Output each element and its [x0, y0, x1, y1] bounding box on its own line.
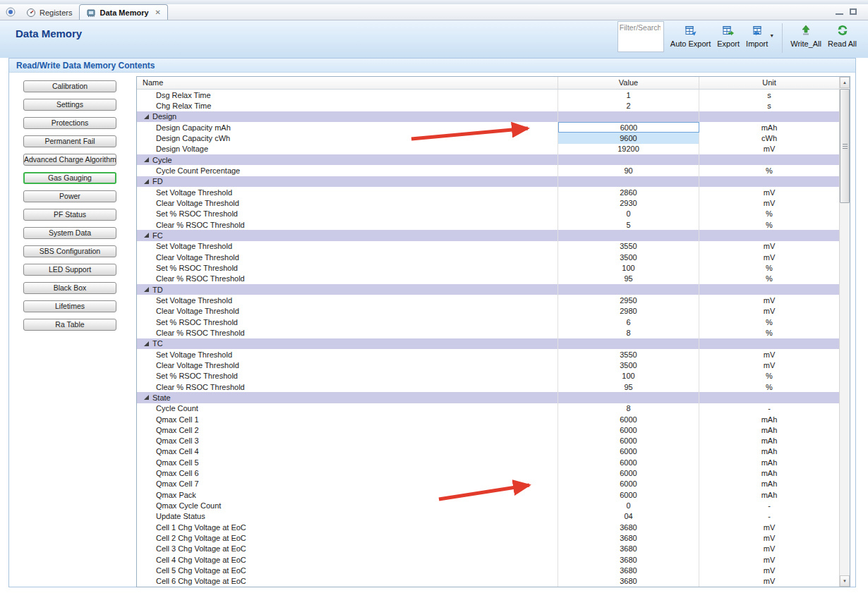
cell-value[interactable]: 6 [558, 317, 699, 327]
table-row-set-rsoc-threshold[interactable]: Set % RSOC Threshold0% [137, 209, 839, 219]
maximize-icon[interactable] [850, 8, 857, 15]
cell-value[interactable]: 3550 [558, 241, 699, 252]
tab-data-memory[interactable]: Data Memory ✕ [79, 4, 167, 20]
cell-value[interactable]: 6000 [558, 424, 699, 435]
cell-value[interactable]: 0 [558, 500, 699, 511]
table-row-chg-relax-time[interactable]: Chg Relax Time2s [137, 100, 839, 111]
table-row-qmax-cell-7[interactable]: Qmax Cell 76000mAh [137, 479, 839, 489]
cell-value[interactable]: 6000 [558, 446, 699, 457]
sidebar-item-gas-gauging[interactable]: Gas Gauging [23, 172, 116, 184]
cell-value[interactable]: 6000 [558, 489, 699, 500]
table-row-set-voltage-threshold[interactable]: Set Voltage Threshold3550mV [137, 241, 839, 252]
category-row-state[interactable]: State [137, 392, 839, 403]
table-row-cell-1-chg-voltage-at-eoc[interactable]: Cell 1 Chg Voltage at EoC3680mV [137, 522, 839, 532]
import-button[interactable]: Import [746, 21, 768, 48]
scroll-down-icon[interactable]: ▼ [840, 575, 850, 587]
cell-value[interactable]: 2930 [558, 197, 699, 208]
cell-value[interactable]: 6000 [558, 457, 699, 467]
sidebar-item-led-support[interactable]: LED Support [23, 264, 116, 276]
scroll-up-icon[interactable]: ▲ [840, 77, 850, 88]
table-row-qmax-cell-2[interactable]: Qmax Cell 26000mAh [137, 424, 839, 435]
table-row-set-rsoc-threshold[interactable]: Set % RSOC Threshold6% [137, 317, 839, 327]
category-row-cycle[interactable]: Cycle [137, 154, 839, 165]
table-row-clear-rsoc-threshold[interactable]: Clear % RSOC Threshold5% [137, 219, 839, 230]
sidebar-item-black-box[interactable]: Black Box [23, 282, 116, 294]
cell-value[interactable]: 3500 [558, 252, 699, 262]
table-row-design-capacity-cwh[interactable]: Design Capacity cWh9600cWh [137, 133, 839, 143]
sidebar-item-calibration[interactable]: Calibration [23, 80, 116, 92]
category-row-td[interactable]: TD [137, 284, 839, 295]
table-row-cell-2-chg-voltage-at-eoc[interactable]: Cell 2 Chg Voltage at EoC3680mV [137, 532, 839, 543]
table-row-set-rsoc-threshold[interactable]: Set % RSOC Threshold100% [137, 371, 839, 381]
cell-value[interactable] [558, 176, 699, 187]
cell-value[interactable]: 6000 [558, 122, 699, 133]
category-row-tc[interactable]: TC [137, 338, 839, 349]
table-row-qmax-pack[interactable]: Qmax Pack6000mAh [137, 489, 839, 500]
sidebar-item-protections[interactable]: Protections [23, 117, 116, 129]
import-dropdown-icon[interactable]: ▼ [769, 33, 774, 38]
sidebar-item-system-data[interactable]: System Data [23, 227, 116, 239]
cell-value[interactable]: 6000 [558, 479, 699, 489]
cell-value[interactable]: 3550 [558, 349, 699, 360]
cell-value[interactable]: 3680 [558, 544, 699, 554]
cell-value[interactable]: 9600 [558, 133, 699, 143]
table-row-cell-4-chg-voltage-at-eoc[interactable]: Cell 4 Chg Voltage at EoC3680mV [137, 554, 839, 565]
close-tab-icon[interactable]: ✕ [155, 8, 161, 16]
table-row-set-voltage-threshold[interactable]: Set Voltage Threshold2950mV [137, 295, 839, 305]
table-row-qmax-cell-1[interactable]: Qmax Cell 16000mAh [137, 414, 839, 424]
cell-value[interactable]: 3680 [558, 522, 699, 532]
sidebar-item-sbs-configuration[interactable]: SBS Configuration [23, 245, 116, 257]
sidebar-item-power[interactable]: Power [23, 190, 116, 202]
cell-value[interactable]: 3500 [558, 360, 699, 370]
table-row-dsg-relax-time[interactable]: Dsg Relax Time1s [137, 90, 839, 100]
cell-value[interactable]: 3680 [558, 565, 699, 575]
table-row-clear-voltage-threshold[interactable]: Clear Voltage Threshold3500mV [137, 252, 839, 262]
table-row-clear-voltage-threshold[interactable]: Clear Voltage Threshold2930mV [137, 197, 839, 208]
table-row-cell-6-chg-voltage-at-eoc[interactable]: Cell 6 Chg Voltage at EoC3680mV [137, 576, 839, 587]
table-row-design-voltage[interactable]: Design Voltage19200mV [137, 144, 839, 154]
cell-value[interactable] [558, 111, 699, 122]
cell-value[interactable]: 2860 [558, 187, 699, 197]
cell-value[interactable]: 100 [558, 262, 699, 273]
table-row-clear-voltage-threshold[interactable]: Clear Voltage Threshold2980mV [137, 306, 839, 317]
category-row-fc[interactable]: FC [137, 230, 839, 240]
cell-value[interactable]: 0 [558, 209, 699, 219]
cell-value[interactable]: 6000 [558, 414, 699, 424]
write-all-button[interactable]: Write_All [790, 21, 821, 48]
tab-registers[interactable]: Registers [19, 4, 79, 20]
minimize-icon[interactable] [836, 8, 843, 15]
column-header-value[interactable]: Value [558, 77, 699, 89]
cell-value[interactable]: 90 [558, 165, 699, 176]
read-all-button[interactable]: Read All [828, 21, 857, 48]
cell-value[interactable]: 04 [558, 511, 699, 522]
cell-value[interactable]: 3680 [558, 554, 699, 565]
table-row-clear-rsoc-threshold[interactable]: Clear % RSOC Threshold8% [137, 327, 839, 338]
table-row-cell-5-chg-voltage-at-eoc[interactable]: Cell 5 Chg Voltage at EoC3680mV [137, 565, 839, 575]
table-row-clear-voltage-threshold[interactable]: Clear Voltage Threshold3500mV [137, 360, 839, 370]
expand-triangle-icon[interactable] [144, 157, 149, 162]
table-row-set-rsoc-threshold[interactable]: Set % RSOC Threshold100% [137, 262, 839, 273]
sidebar-item-lifetimes[interactable]: Lifetimes [23, 300, 116, 312]
scrollbar-thumb[interactable] [840, 89, 850, 203]
cell-value[interactable] [558, 392, 699, 403]
cell-value[interactable]: 2 [558, 100, 699, 111]
expand-triangle-icon[interactable] [144, 395, 149, 400]
cell-value[interactable] [558, 338, 699, 349]
export-button[interactable]: Export [717, 21, 740, 48]
sidebar-item-settings[interactable]: Settings [23, 99, 116, 111]
table-scrollbar[interactable]: ▲ ▼ [839, 77, 850, 587]
table-row-update-status[interactable]: Update Status04- [137, 511, 839, 522]
table-row-set-voltage-threshold[interactable]: Set Voltage Threshold3550mV [137, 349, 839, 360]
table-row-qmax-cell-5[interactable]: Qmax Cell 56000mAh [137, 457, 839, 467]
sidebar-item-permanent-fail[interactable]: Permanent Fail [23, 135, 116, 147]
table-row-clear-rsoc-threshold[interactable]: Clear % RSOC Threshold95% [137, 381, 839, 392]
table-row-design-capacity-mah[interactable]: Design Capacity mAh6000mAh [137, 122, 839, 133]
expand-triangle-icon[interactable] [144, 341, 149, 346]
cell-value[interactable]: 19200 [558, 144, 699, 154]
cell-value[interactable]: 6000 [558, 467, 699, 478]
cell-value[interactable]: 1 [558, 90, 699, 100]
table-row-cycle-count-percentage[interactable]: Cycle Count Percentage90% [137, 165, 839, 176]
cell-value[interactable]: 100 [558, 371, 699, 381]
cell-value[interactable]: 95 [558, 274, 699, 284]
cell-value[interactable]: 3680 [558, 576, 699, 587]
